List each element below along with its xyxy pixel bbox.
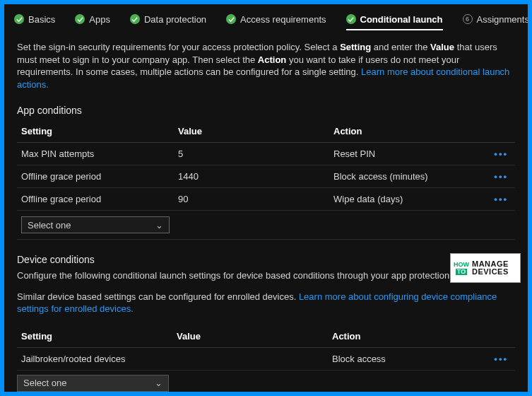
- cell-value: 5: [174, 143, 329, 165]
- device-conditions-desc: Configure the following conditional laun…: [17, 269, 515, 282]
- row-menu-icon[interactable]: •••: [494, 171, 511, 182]
- table-row: Offline grace period 1440 Block access (…: [17, 165, 515, 188]
- select-value: Select one: [23, 378, 66, 388]
- wizard-tabs: Basics Apps Data protection Access requi…: [4, 4, 528, 33]
- tab-data-protection[interactable]: Data protection: [130, 7, 206, 30]
- tab-label: Conditional launch: [360, 14, 443, 25]
- check-icon: [14, 14, 24, 24]
- chevron-down-icon: ⌄: [155, 220, 163, 231]
- check-icon: [226, 14, 236, 24]
- col-value: Value: [174, 120, 329, 143]
- cell-setting: Offline grace period: [17, 165, 174, 188]
- table-row: Offline grace period 90 Wipe data (days)…: [17, 188, 515, 211]
- app-conditions-table: Setting Value Action Max PIN attempts 5 …: [17, 120, 515, 240]
- check-icon: [130, 14, 140, 24]
- cell-action: Block access: [328, 347, 487, 370]
- device-conditions-title: Device conditions: [17, 254, 515, 265]
- device-conditions-table: Setting Value Action Jailbroken/rooted d…: [17, 325, 515, 371]
- setting-select[interactable]: Select one ⌄: [21, 216, 170, 233]
- cell-action: Wipe data (days): [329, 188, 487, 211]
- cell-value: 1440: [174, 165, 329, 188]
- col-setting: Setting: [17, 120, 174, 143]
- col-action: Action: [329, 120, 487, 143]
- table-row-add: Select one ⌄: [17, 211, 515, 240]
- tab-label: Assignments: [477, 14, 528, 25]
- col-value: Value: [172, 325, 328, 348]
- step-number-icon: 6: [463, 14, 473, 24]
- device-conditions-note: Similar device based settings can be con…: [17, 291, 515, 315]
- app-conditions-title: App conditions: [17, 105, 515, 116]
- tab-label: Basics: [28, 14, 55, 25]
- tab-apps[interactable]: Apps: [75, 7, 110, 30]
- check-icon: [346, 14, 356, 24]
- tab-label: Apps: [89, 14, 110, 25]
- select-value: Select one: [28, 220, 71, 231]
- col-action: Action: [328, 325, 487, 348]
- table-row: Jailbroken/rooted devices Block access •…: [17, 347, 515, 370]
- tab-access-requirements[interactable]: Access requirements: [226, 7, 326, 30]
- row-menu-icon[interactable]: •••: [494, 148, 511, 159]
- tab-label: Access requirements: [240, 14, 326, 25]
- cell-value: [172, 347, 328, 370]
- watermark-logo: HOW TO MANAGE DEVICES: [450, 253, 521, 283]
- tab-label: Data protection: [144, 14, 206, 25]
- tab-conditional-launch[interactable]: Conditional launch: [346, 7, 443, 30]
- cell-setting: Max PIN attempts: [17, 143, 174, 165]
- table-row: Max PIN attempts 5 Reset PIN •••: [17, 143, 515, 165]
- cell-value: 90: [174, 188, 329, 211]
- cell-setting: Offline grace period: [17, 188, 174, 211]
- row-menu-icon[interactable]: •••: [494, 354, 511, 364]
- row-menu-icon[interactable]: •••: [494, 194, 511, 204]
- cell-setting: Jailbroken/rooted devices: [17, 347, 172, 370]
- col-setting: Setting: [17, 325, 172, 348]
- cell-action: Reset PIN: [329, 143, 487, 165]
- tab-assignments[interactable]: 6 Assignments: [463, 7, 528, 30]
- tab-basics[interactable]: Basics: [14, 7, 55, 30]
- chevron-down-icon: ⌄: [155, 378, 162, 388]
- check-icon: [75, 14, 85, 24]
- cell-action: Block access (minutes): [329, 165, 487, 188]
- intro-text: Set the sign-in security requirements fo…: [17, 41, 515, 91]
- device-setting-select[interactable]: Select one ⌄: [17, 375, 169, 392]
